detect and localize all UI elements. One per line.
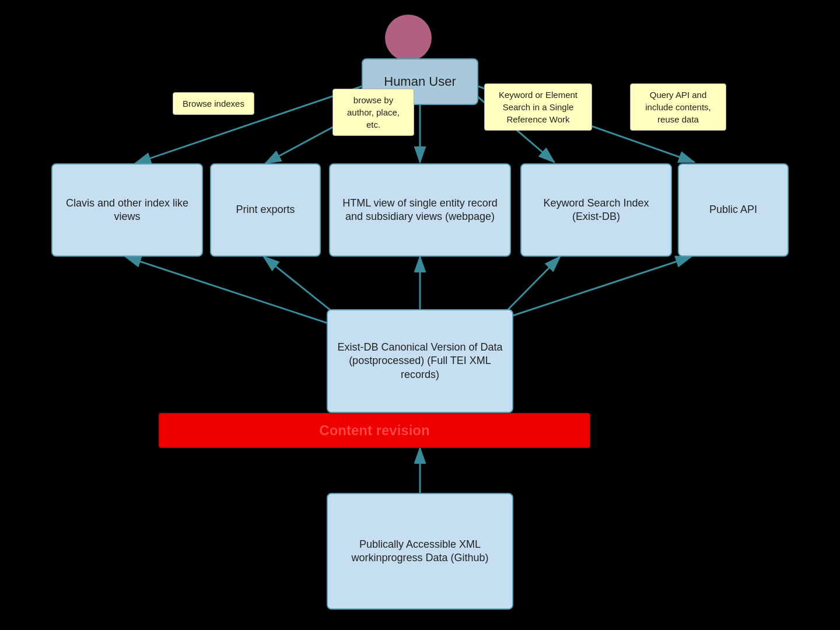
keyword-search-box: Keyword Search Index (Exist-DB) xyxy=(520,163,672,257)
diagram-container: Human User Browse indexes browse by auth… xyxy=(0,0,840,630)
print-exports-box: Print exports xyxy=(210,163,321,257)
svg-line-11 xyxy=(501,257,691,320)
user-avatar xyxy=(385,15,432,61)
callout-browse-author: browse by author, place, etc. xyxy=(332,89,414,136)
content-revision-box: Content revision xyxy=(159,413,590,448)
exist-db-box: Exist-DB Canonical Version of Data (post… xyxy=(327,309,513,413)
html-view-box: HTML view of single entity record and su… xyxy=(329,163,511,257)
clavis-box: Clavis and other index like views xyxy=(51,163,203,257)
public-api-box: Public API xyxy=(678,163,789,257)
callout-browse: Browse indexes xyxy=(173,92,254,115)
callout-query-api: Query API and include contents, reuse da… xyxy=(630,83,726,131)
callout-keyword: Keyword or Element Search in a Single Re… xyxy=(484,83,592,131)
svg-line-7 xyxy=(125,257,338,327)
github-box: Publically Accessible XML workinprogress… xyxy=(327,493,513,610)
